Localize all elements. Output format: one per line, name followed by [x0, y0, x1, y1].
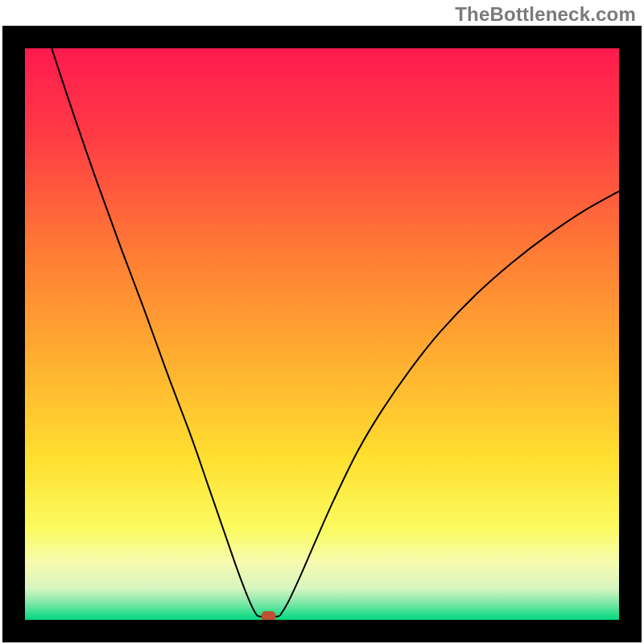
plot-background — [25, 48, 619, 620]
chart-container: TheBottleneck.com — [0, 0, 644, 644]
bottleneck-chart — [0, 0, 644, 644]
